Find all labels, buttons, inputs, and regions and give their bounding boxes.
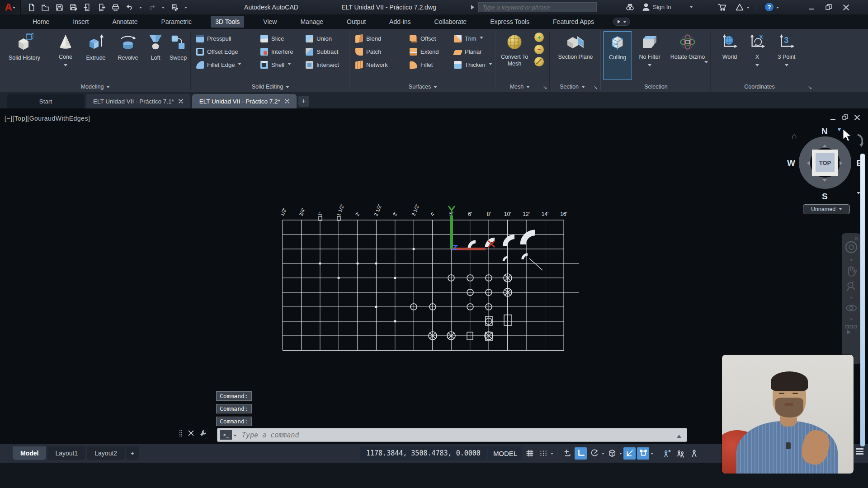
close-tab-icon[interactable] bbox=[179, 99, 183, 103]
search-community-icon[interactable] bbox=[626, 3, 634, 11]
window-minimize-button[interactable] bbox=[806, 3, 817, 12]
app-store-cart-icon[interactable] bbox=[718, 3, 726, 11]
rotate-gizmo-button[interactable]: Rotate Gizmo bbox=[667, 31, 708, 80]
window-close-button[interactable] bbox=[840, 3, 852, 12]
presspull-button[interactable]: Presspull bbox=[196, 33, 241, 45]
object-snap-tracking-icon[interactable] bbox=[623, 447, 636, 460]
no-filter-caret-icon[interactable] bbox=[648, 64, 651, 68]
section-panel-title[interactable]: Section bbox=[551, 82, 600, 91]
tab-insert[interactable]: Insert bbox=[68, 16, 93, 28]
three-point-ucs-button[interactable]: 3 3 Point bbox=[769, 31, 804, 80]
fillet-edge-caret-icon[interactable] bbox=[238, 63, 241, 67]
command-close-icon[interactable] bbox=[188, 430, 194, 436]
tab-manage[interactable]: Manage bbox=[296, 16, 328, 28]
fillet-edge-button[interactable]: Fillet Edge bbox=[196, 59, 241, 71]
polar-tracking-icon[interactable] bbox=[588, 447, 600, 460]
tab-parametric[interactable]: Parametric bbox=[156, 16, 196, 28]
viewcube-top-face[interactable]: TOP bbox=[812, 150, 838, 176]
surface-trim-button[interactable]: Trim bbox=[454, 33, 492, 45]
no-filter-button[interactable]: No Filter bbox=[636, 31, 664, 80]
revolve-button[interactable]: Revolve bbox=[113, 31, 143, 80]
model-paper-toggle[interactable]: MODEL bbox=[488, 446, 522, 460]
section-dialog-launcher-icon[interactable]: ↘ bbox=[594, 84, 598, 90]
shell-button[interactable]: Shell bbox=[260, 59, 293, 71]
convert-to-mesh-button[interactable]: Convert To Mesh bbox=[497, 31, 532, 80]
offset-edge-button[interactable]: Offset Edge bbox=[196, 46, 241, 58]
smooth-remove-icon[interactable] bbox=[534, 57, 544, 66]
surface-thicken-caret-icon[interactable] bbox=[489, 63, 492, 67]
undo-caret-icon[interactable] bbox=[139, 7, 142, 10]
view-name-dropdown[interactable]: Unnamed bbox=[803, 204, 850, 214]
sign-in-caret-icon[interactable] bbox=[690, 6, 693, 9]
subtract-button[interactable]: Subtract bbox=[306, 46, 339, 58]
file-tab-start[interactable]: Start bbox=[7, 94, 84, 108]
command-options-caret-icon[interactable] bbox=[234, 435, 236, 438]
cone-button[interactable]: Cone bbox=[52, 31, 79, 80]
rotate-gizmo-caret-icon[interactable] bbox=[704, 61, 708, 65]
search-box[interactable] bbox=[478, 2, 597, 12]
surface-patch-button[interactable]: Patch bbox=[355, 46, 388, 58]
navigation-bar[interactable] bbox=[842, 233, 861, 364]
plot-icon[interactable] bbox=[111, 3, 119, 11]
mesh-panel-caret-icon[interactable] bbox=[526, 86, 530, 90]
redo-caret-icon[interactable] bbox=[162, 7, 165, 10]
command-customize-wrench-icon[interactable] bbox=[199, 429, 207, 437]
annotation-visibility-icon[interactable] bbox=[661, 447, 673, 460]
mesh-panel-title[interactable]: Mesh bbox=[496, 82, 550, 91]
surface-planar-button[interactable]: Planar bbox=[454, 46, 492, 58]
save-to-web-mobile-icon[interactable] bbox=[97, 3, 105, 11]
annotation-autoscale-icon[interactable] bbox=[675, 447, 687, 460]
surface-thicken-button[interactable]: Thicken bbox=[454, 59, 492, 71]
new-layout-button[interactable]: + bbox=[126, 446, 139, 460]
new-file-icon[interactable] bbox=[27, 3, 35, 11]
extrude-button[interactable]: Extrude bbox=[81, 31, 110, 80]
surface-offset-button[interactable]: Offset bbox=[410, 33, 439, 45]
command-expand-icon[interactable] bbox=[677, 432, 681, 438]
cone-caret-icon[interactable] bbox=[64, 64, 67, 68]
object-snap-icon[interactable] bbox=[637, 447, 649, 460]
viewcube-menu-caret-icon[interactable] bbox=[857, 192, 860, 196]
loft-button[interactable]: Loft bbox=[146, 31, 165, 80]
layout-tab-layout1[interactable]: Layout1 bbox=[47, 446, 85, 460]
tab-view[interactable]: View bbox=[259, 16, 281, 28]
culling-button[interactable]: Culling bbox=[603, 31, 632, 80]
new-tab-button[interactable]: + bbox=[298, 96, 309, 107]
surface-network-button[interactable]: Network bbox=[355, 59, 388, 71]
tab-collaborate[interactable]: Collaborate bbox=[430, 16, 472, 28]
surface-fillet-button[interactable]: Fillet bbox=[410, 59, 439, 71]
pan-hand-icon[interactable] bbox=[846, 266, 857, 277]
tab-annotate[interactable]: Annotate bbox=[108, 16, 142, 28]
surface-extend-button[interactable]: Extend bbox=[410, 46, 439, 58]
annotation-scale-icon[interactable] bbox=[688, 447, 700, 460]
viewcube-north[interactable]: N bbox=[821, 127, 828, 136]
navbar-zoom-caret-icon[interactable] bbox=[850, 297, 853, 300]
osnap-caret-icon[interactable] bbox=[651, 453, 653, 456]
solid-editing-panel-title[interactable]: Solid Editing bbox=[192, 82, 349, 91]
viewcube-home-icon[interactable]: ⌂ bbox=[792, 131, 797, 141]
file-tab-practico-7-2[interactable]: ELT Unidad VII - Práctico 7.2* bbox=[192, 94, 297, 108]
viewcube-down-arrow-icon[interactable] bbox=[822, 179, 827, 182]
file-tab-practico-7-1[interactable]: ELT Unidad VII - Práctico 7.1* bbox=[86, 94, 190, 108]
command-grip-handle[interactable] bbox=[179, 430, 183, 437]
section-plane-button[interactable]: Section Plane bbox=[555, 31, 596, 80]
modeling-panel-caret-icon[interactable] bbox=[106, 86, 110, 90]
polar-caret-icon[interactable] bbox=[602, 453, 604, 456]
help-caret-icon[interactable] bbox=[776, 7, 779, 10]
grid-display-icon[interactable] bbox=[524, 447, 536, 460]
qat-customize-caret-icon[interactable] bbox=[184, 7, 187, 10]
record-media-icon[interactable] bbox=[613, 18, 630, 26]
coordinates-dialog-launcher-icon[interactable]: ↘ bbox=[808, 84, 812, 90]
orbit-icon[interactable] bbox=[845, 303, 857, 313]
smooth-less-icon[interactable]: − bbox=[534, 45, 544, 54]
redo-icon[interactable] bbox=[148, 3, 156, 11]
viewcube-rotate-icon[interactable] bbox=[855, 134, 865, 147]
sign-in-menu[interactable]: Sign In bbox=[642, 3, 693, 11]
open-folder-icon[interactable] bbox=[41, 3, 49, 11]
selection-panel-title[interactable]: Selection bbox=[601, 82, 711, 91]
save-icon[interactable] bbox=[55, 3, 63, 11]
intersect-button[interactable]: Intersect bbox=[306, 59, 339, 71]
section-panel-caret-icon[interactable] bbox=[581, 86, 585, 90]
coordinates-panel-title[interactable]: Coordinates bbox=[712, 82, 815, 91]
ortho-mode-icon[interactable] bbox=[575, 447, 587, 460]
tab-add-ins[interactable]: Add-ins bbox=[385, 16, 415, 28]
